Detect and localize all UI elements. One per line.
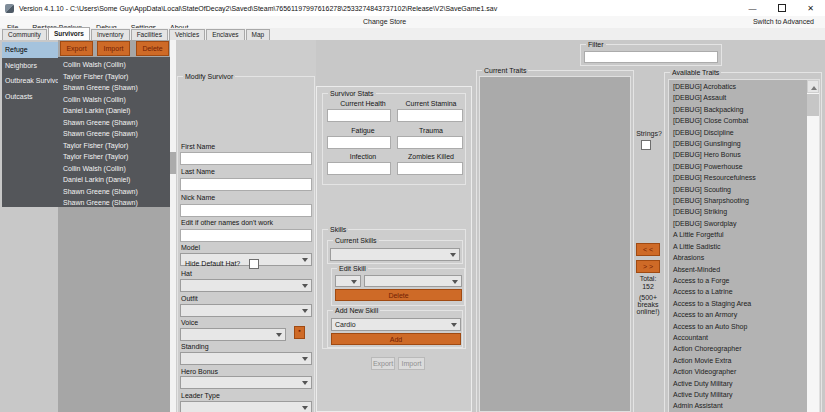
voice-play-button[interactable]: ▪	[294, 326, 305, 339]
add-skill-button[interactable]: Add	[331, 333, 461, 345]
survivor-list-item[interactable]: Collin Walsh (Collin)	[58, 59, 170, 71]
skill-level-select[interactable]	[335, 275, 361, 287]
leader-type-select[interactable]	[180, 401, 312, 412]
menu-item-change-store[interactable]: Change Store	[356, 16, 413, 28]
trait-list-item[interactable]: Access to an Armory	[669, 309, 819, 320]
delete-survivor-button[interactable]: Delete	[136, 41, 169, 56]
tab-strip: CommunitySurvivorsInventoryFacilitiesVeh…	[0, 28, 825, 40]
trait-list-item[interactable]: Access to a Forge	[669, 275, 819, 286]
trait-list-item[interactable]: Access to a Staging Area	[669, 298, 819, 309]
voice-select[interactable]	[180, 328, 286, 341]
minimize-icon[interactable]: —	[738, 0, 767, 16]
survivor-list-item[interactable]: Shawn Greene (Shawn)	[58, 186, 170, 198]
trait-list-item[interactable]: [DEBUG] Swordplay	[669, 218, 819, 229]
trait-list-item[interactable]: [DEBUG] Discipline	[669, 127, 819, 138]
trait-list-item[interactable]: [DEBUG] Sharpshooting	[669, 195, 819, 206]
strings-checkbox[interactable]	[641, 140, 651, 150]
trait-list-item[interactable]: Active Duty Military	[669, 378, 819, 389]
current-stamina-input[interactable]	[397, 109, 463, 122]
outfit-select[interactable]	[180, 304, 312, 317]
survivor-list-item[interactable]: Shawn Greene (Shawn)	[58, 82, 170, 94]
delete-skill-button[interactable]: Delete	[335, 289, 462, 301]
close-icon[interactable]: ✕	[796, 0, 825, 16]
nick-name-input[interactable]	[180, 204, 312, 217]
current-health-input[interactable]	[327, 109, 391, 122]
available-traits-list[interactable]: [DEBUG] Acrobatics[DEBUG] Assault[DEBUG]…	[668, 79, 820, 412]
sidebar-item[interactable]: Refuge	[2, 42, 58, 58]
survivor-list-item[interactable]: Collin Walsh (Collin)	[58, 163, 170, 175]
sidebar-item[interactable]: Outbreak Survivo	[2, 73, 58, 89]
switch-to-advanced-link[interactable]: Switch to Advanced	[746, 16, 821, 28]
sidebar-item[interactable]: Neighbors	[2, 58, 58, 74]
current-skills-select[interactable]	[330, 248, 460, 261]
trait-list-item[interactable]: [DEBUG] Acrobatics	[669, 81, 819, 92]
survivor-list-item[interactable]: Collin Walsh (Collin)	[58, 94, 170, 106]
trait-list-item[interactable]: Accountant	[669, 332, 819, 343]
sidebar-item[interactable]: Outcasts	[2, 89, 58, 105]
maximize-icon[interactable]	[767, 0, 796, 16]
survivor-list-item[interactable]: Shawn Greene (Shawn)	[58, 197, 170, 207]
survivor-list-item[interactable]: Shawn Greene (Shawn)	[58, 117, 170, 129]
trait-list-item[interactable]: A Little Sadistic	[669, 241, 819, 252]
available-traits-scrollbar[interactable]	[807, 80, 819, 412]
trait-list-item[interactable]: [DEBUG] Hero Bonus	[669, 149, 819, 160]
fatigue-input[interactable]	[327, 136, 391, 149]
trait-list-item[interactable]: A Little Forgetful	[669, 229, 819, 240]
survivor-list-item[interactable]: Taylor Fisher (Taylor)	[58, 71, 170, 83]
infection-input[interactable]	[327, 162, 391, 175]
trait-list-item[interactable]: Abrasions	[669, 252, 819, 263]
trait-list-item[interactable]: Active Duty Military	[669, 389, 819, 400]
trauma-input[interactable]	[397, 136, 463, 149]
trait-list-item[interactable]: [DEBUG] Gunslinging	[669, 138, 819, 149]
import-skills-button[interactable]: Import	[398, 357, 425, 370]
trait-list-item[interactable]: [DEBUG] Backpacking	[669, 104, 819, 115]
trait-list-item[interactable]: [DEBUG] Assault	[669, 92, 819, 103]
trait-list-item[interactable]: [DEBUG] Close Combat	[669, 115, 819, 126]
tab[interactable]: Facilities	[131, 29, 168, 40]
current-traits-list[interactable]	[479, 76, 631, 412]
export-survivor-button[interactable]: Export	[60, 41, 93, 56]
move-to-current-button[interactable]: < <	[636, 243, 660, 256]
survivor-list-item[interactable]: Shawn Greene (Shawn)	[58, 128, 170, 140]
hide-default-hat-checkbox[interactable]	[249, 259, 259, 269]
trait-list-item[interactable]: Absent-Minded	[669, 264, 819, 275]
tab[interactable]: Inventory	[91, 29, 130, 40]
current-stamina-label: Current Stamina	[399, 100, 463, 107]
trait-list-item[interactable]: [DEBUG] Resourcefulness	[669, 172, 819, 183]
edit-other-names-input[interactable]	[180, 229, 312, 242]
standing-select[interactable]	[180, 352, 312, 365]
trait-list-item[interactable]: Admin Assistant	[669, 400, 819, 411]
tab[interactable]: Map	[246, 29, 271, 40]
trait-list-item[interactable]: [DEBUG] Powerhouse	[669, 161, 819, 172]
tab[interactable]: Vehicles	[169, 29, 205, 40]
trait-list-item[interactable]: Action Movie Extra	[669, 355, 819, 366]
edit-skill-label: Edit Skill	[337, 264, 368, 273]
filter-input[interactable]	[584, 51, 718, 63]
survivor-list-item[interactable]: Taylor Fisher (Taylor)	[58, 140, 170, 152]
hat-select[interactable]	[180, 279, 312, 292]
survivor-list-item[interactable]: Taylor Fisher (Taylor)	[58, 151, 170, 163]
scrollbar-thumb[interactable]	[807, 94, 819, 116]
tab[interactable]: Survivors	[48, 27, 90, 40]
export-skills-button[interactable]: Export	[371, 357, 395, 370]
trait-list-item[interactable]: Access to an Auto Shop	[669, 321, 819, 332]
survivor-list-item[interactable]: Daniel Larkin (Daniel)	[58, 174, 170, 186]
zombies-killed-input[interactable]	[397, 162, 463, 175]
hero-bonus-select[interactable]	[180, 376, 312, 389]
trait-list-item[interactable]: Action Videographer	[669, 366, 819, 377]
trait-list-item[interactable]: Action Choreographer	[669, 343, 819, 354]
scroll-up-icon[interactable]	[807, 80, 819, 93]
import-survivor-button[interactable]: Import	[97, 41, 130, 56]
trait-list-item[interactable]: Access to a Latrine	[669, 286, 819, 297]
first-name-input[interactable]	[180, 152, 312, 165]
trait-list-item[interactable]: [DEBUG] Striking	[669, 206, 819, 217]
tab[interactable]: Community	[2, 29, 47, 40]
add-skill-select[interactable]: Cardio	[331, 318, 461, 331]
filter-groupbox: Filter	[580, 44, 722, 66]
survivor-list-item[interactable]: Daniel Larkin (Daniel)	[58, 105, 170, 117]
trait-list-item[interactable]: [DEBUG] Scouting	[669, 184, 819, 195]
skill-name-select[interactable]	[364, 275, 462, 287]
move-to-available-button[interactable]: > >	[636, 260, 660, 273]
tab[interactable]: Enclaves	[206, 29, 244, 40]
last-name-input[interactable]	[180, 178, 312, 191]
